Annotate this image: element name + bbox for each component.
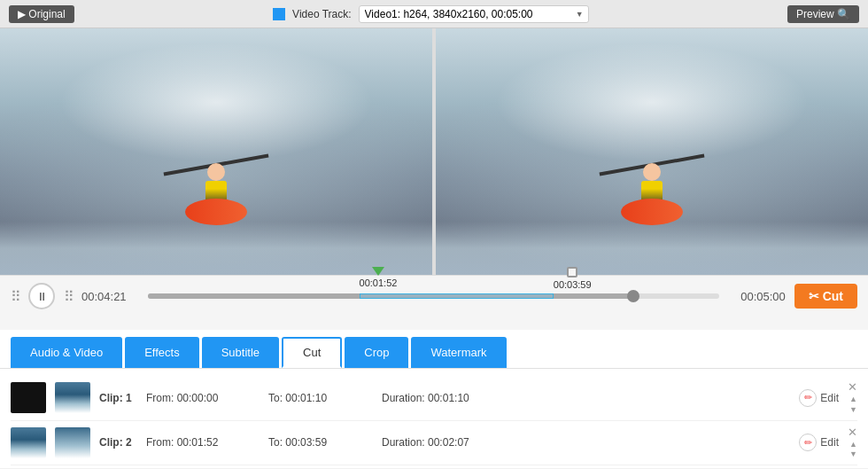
original-button[interactable]: ▶ Original: [9, 5, 74, 23]
water-splash-right: [436, 222, 868, 275]
clip-2-arrows: ▲ ▼: [849, 440, 857, 460]
clip-info-1: Clip: 1 From: 00:00:00 To: 00:01:10 Dura…: [99, 392, 790, 404]
tab-watermark[interactable]: Watermark: [411, 337, 506, 368]
clip-2-edit-button[interactable]: ✏ Edit: [799, 434, 839, 451]
edit-label-2: Edit: [820, 436, 839, 449]
pause-icon: ⏸: [36, 290, 48, 303]
timeline-thumb[interactable]: [627, 290, 639, 302]
kayak-body-right: [621, 199, 683, 225]
marker-left-arrow: [372, 267, 384, 276]
marker-left-label: 00:01:52: [360, 277, 398, 288]
top-bar-center: Video Track: Video1: h264, 3840x2160, 00…: [273, 5, 588, 23]
clip-2-duration: Duration: 00:02:07: [382, 436, 515, 449]
edit-label-1: Edit: [820, 392, 839, 404]
controls-area: ⠿ ⏸ ⠿ 00:04:21 00:01:52 00:03:59 0: [0, 275, 868, 330]
current-time-display: 00:04:21: [81, 290, 139, 303]
video-track-select-wrapper: Video1: h264, 3840x2160, 00:05:00: [359, 5, 589, 23]
clip-2-up-arrow[interactable]: ▲: [849, 440, 857, 449]
clip-thumb-1: [11, 382, 46, 413]
drag-handle-icon: ⠿: [11, 288, 19, 305]
clip-1-from: From: 00:00:00: [146, 392, 261, 404]
edit-icon-1: ✏: [799, 389, 817, 407]
clip-1-up-arrow[interactable]: ▲: [849, 395, 857, 404]
clip-thumb-2b: [55, 427, 90, 458]
end-time-display: 00:05:00: [728, 290, 786, 303]
tab-crop[interactable]: Crop: [345, 337, 408, 368]
timeline-track[interactable]: [148, 293, 719, 299]
marker-left: 00:01:52: [360, 267, 398, 288]
marker-right-handle[interactable]: [567, 267, 577, 277]
clip-2-to: To: 00:03:59: [268, 436, 375, 449]
person-head-left: [207, 163, 225, 181]
clip-1-edit-button[interactable]: ✏ Edit: [799, 389, 839, 407]
tabs-area: Audio & Video Effects Subtitle Cut Crop …: [0, 330, 868, 369]
marker-right-label: 00:03:59: [554, 279, 592, 290]
clip-info-2: Clip: 2 From: 00:01:52 To: 00:03:59 Dura…: [99, 436, 790, 449]
top-bar-right: Preview 🔍: [787, 5, 859, 23]
clip-1-duration: Duration: 00:01:10: [382, 392, 515, 404]
top-bar: ▶ Original Video Track: Video1: h264, 38…: [0, 0, 868, 28]
video-preview-right: [436, 28, 868, 275]
clip-1-label: Clip: 1: [99, 392, 139, 404]
clips-area: Clip: 1 From: 00:00:00 To: 00:01:10 Dura…: [0, 369, 868, 468]
table-row: Clip: 1 From: 00:00:00 To: 00:01:10 Dura…: [11, 376, 857, 421]
drag-handle-right-icon: ⠿: [64, 288, 73, 305]
play-pause-button[interactable]: ⏸: [28, 283, 55, 309]
video-track-label: Video Track:: [292, 8, 351, 20]
video-preview-left: [0, 28, 432, 275]
kayak-figure-left: [190, 137, 243, 225]
top-bar-left: ▶ Original: [9, 5, 74, 23]
clip-1-actions: ✕ ▲ ▼: [848, 381, 857, 415]
controls-row: ⠿ ⏸ ⠿ 00:04:21 00:01:52 00:03:59 0: [11, 283, 857, 309]
clip-2-label: Clip: 2: [99, 436, 139, 449]
kayak-body-left: [185, 199, 247, 225]
clip-1-close[interactable]: ✕: [848, 381, 857, 393]
person-head-right: [643, 163, 661, 181]
clip-1-down-arrow[interactable]: ▼: [849, 405, 857, 415]
track-icon: [273, 8, 285, 20]
clip-1-to: To: 00:01:10: [268, 392, 375, 404]
clip-2-from: From: 00:01:52: [146, 436, 261, 449]
clip-thumb-1b: [55, 382, 90, 413]
video-panel-left: [0, 28, 432, 275]
tab-audio-video[interactable]: Audio & Video: [11, 337, 122, 368]
cut-button[interactable]: ✂ Cut: [794, 284, 857, 309]
clip-2-actions: ✕ ▲ ▼: [848, 426, 857, 460]
clip-1-arrows: ▲ ▼: [849, 395, 857, 415]
clip-2-down-arrow[interactable]: ▼: [849, 449, 857, 459]
video-panel-right: [432, 28, 868, 275]
clip-2-close[interactable]: ✕: [848, 426, 857, 438]
tab-subtitle[interactable]: Subtitle: [202, 337, 279, 368]
video-track-select[interactable]: Video1: h264, 3840x2160, 00:05:00: [359, 5, 589, 23]
table-row: Clip: 2 From: 00:01:52 To: 00:03:59 Dura…: [11, 421, 857, 466]
clip-thumb-2a: [11, 427, 46, 458]
tab-cut[interactable]: Cut: [282, 337, 342, 368]
timeline-container[interactable]: 00:01:52 00:03:59: [148, 283, 719, 309]
tab-effects[interactable]: Effects: [125, 337, 199, 368]
cut-selection: [360, 293, 554, 299]
marker-right: 00:03:59: [554, 267, 592, 290]
preview-button[interactable]: Preview 🔍: [787, 5, 859, 23]
edit-icon-2: ✏: [799, 434, 817, 451]
video-area: [0, 28, 868, 275]
kayak-figure-right: [625, 137, 678, 225]
